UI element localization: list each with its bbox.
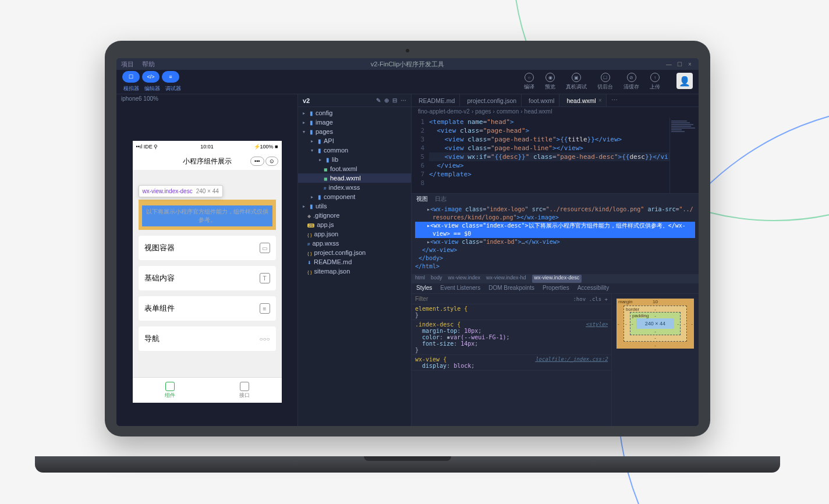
tree-folder-config[interactable]: ▸▮config [298,108,411,118]
device-simulator: ••ıl IDE ⚲ 10:01 ⚡100% ■ 小程序组件展示 ••• ⊙ [133,141,282,403]
styles-tab-listeners[interactable]: Event Listeners [440,285,480,292]
compile-action[interactable]: ○编译 [524,73,534,91]
component-icon [165,382,175,391]
laptop-mockup: 项目 帮助 v2-FinClip小程序开发工具 — ☐ × ☐ </> ≡ [105,41,710,460]
menu-view-container[interactable]: 视图容器▭ [139,236,276,260]
tree-folder-api[interactable]: ▸▮API [298,136,411,145]
tab-component[interactable]: 组件 [133,378,207,403]
styles-tab-styles[interactable]: Styles [416,285,432,292]
list-icon: ≡ [260,303,270,314]
capsule-close[interactable]: ⊙ [265,157,278,166]
simulator-panel: iphone6 100% ••ıl IDE ⚲ 10:01 ⚡100% ■ 小程… [116,94,298,426]
breadcrumb[interactable]: fino-applet-demo-v2›pages›common›head.wx… [412,107,699,118]
device-info: iphone6 100% [116,94,297,106]
tree-file-appwxss[interactable]: app.wxss [298,239,411,248]
styles-tab-breakpoints[interactable]: DOM Breakpoints [488,285,534,292]
api-icon [240,382,249,391]
tree-folder-image[interactable]: ▸▮image [298,118,411,127]
user-avatar[interactable]: 👤 [676,73,693,89]
file-tree: ▸▮config ▸▮image ▾▮pages ▸▮API ▾▮common … [298,107,411,426]
devtools-panel: 视图 日志 ▸<wx-image class="index-logo" src=… [412,193,699,426]
file-explorer: v2 ✎ ⊕ ⊟ ⋯ ▸▮config ▸▮image ▾▮pages ▸▮AP… [298,94,412,426]
nav-title: 小程序组件展示 [183,157,232,166]
close-icon[interactable]: × [598,97,602,104]
window-title: v2-FinClip小程序开发工具 [371,60,445,69]
container-icon: ▭ [260,243,270,253]
editor-toggle[interactable]: </> [142,71,160,83]
code-editor[interactable]: 12345678 <template name="head"> <view cl… [412,118,699,193]
minimize-button[interactable]: — [664,61,674,68]
line-gutter: 12345678 [412,118,429,193]
toolbar: ☐ </> ≡ 模拟器 编辑器 调试器 ○编译 ◉预览 ▣真机调试 ☐切后台 [116,70,699,94]
devtools-tab-log[interactable]: 日志 [435,195,447,203]
more-icon: ○○○ [260,333,270,344]
status-time: 10:01 [183,144,231,150]
backend-action[interactable]: ☐切后台 [597,73,613,91]
menu-basic-content[interactable]: 基础内容T [139,266,276,290]
styles-tab-properties[interactable]: Properties [543,285,569,292]
titlebar: 项目 帮助 v2-FinClip小程序开发工具 — ☐ × [116,58,699,70]
ide-window: 项目 帮助 v2-FinClip小程序开发工具 — ☐ × ☐ </> ≡ [116,58,699,426]
inspected-element[interactable]: 以下将展示小程序官方组件能力，组件样式仅供参考。 [139,200,276,230]
realdebug-action[interactable]: ▣真机调试 [566,73,587,91]
inspect-tooltip: wx-view.index-desc 240 × 44 [139,185,223,197]
debugger-label: 调试器 [164,85,182,93]
nav-bar: 小程序组件展示 ••• ⊙ [133,152,282,170]
project-root[interactable]: v2 [303,97,310,104]
editor-label: 编辑器 [143,85,161,93]
text-icon: T [260,273,270,283]
tree-file-sitemap[interactable]: sitemap.json [298,267,411,276]
tree-folder-lib[interactable]: ▸▮lib [298,155,411,164]
upload-action[interactable]: ↑上传 [650,73,660,91]
tab-readme[interactable]: README.md [412,94,460,107]
simulator-label: 模拟器 [122,85,140,93]
menu-project[interactable]: 项目 [121,60,134,69]
status-battery: ⚡100% ■ [231,144,278,150]
tree-file-appjs[interactable]: app.js [298,220,411,229]
preview-action[interactable]: ◉预览 [545,73,555,91]
tree-folder-component[interactable]: ▸▮component [298,192,411,201]
tree-file-appjson[interactable]: app.json [298,229,411,239]
tree-more-icon[interactable]: ⋯ [401,97,406,104]
tree-file-foot[interactable]: foot.wxml [298,164,411,173]
tab-projectconfig[interactable]: project.config.json [460,94,522,107]
collapse-icon[interactable]: ⊟ [392,97,397,104]
status-signal: ••ıl IDE ⚲ [136,144,183,150]
menu-form-component[interactable]: 表单组件≡ [139,296,276,321]
tab-api[interactable]: 接口 [207,378,282,403]
menu-help[interactable]: 帮助 [142,60,155,69]
capsule-menu[interactable]: ••• [250,157,264,166]
elements-tree[interactable]: ▸<wx-image class="index-logo" src="../re… [412,204,699,274]
editor-panel: README.md project.config.json foot.wxml … [412,94,699,426]
tree-file-projconfig[interactable]: project.config.json [298,248,411,257]
new-folder-icon[interactable]: ⊕ [384,97,389,104]
clearcache-action[interactable]: ⊘清缓存 [623,73,639,91]
tree-folder-utils[interactable]: ▸▮utils [298,201,411,211]
debugger-toggle[interactable]: ≡ [162,71,179,83]
styles-filter-input[interactable] [415,296,450,302]
tab-head[interactable]: head.wxml× [559,94,607,107]
tab-foot[interactable]: foot.wxml [522,94,559,107]
new-file-icon[interactable]: ✎ [376,97,381,104]
tree-folder-pages[interactable]: ▾▮pages [298,127,411,136]
simulator-toggle[interactable]: ☐ [122,71,140,83]
box-model: margin 10 - - - border - - - [611,294,699,426]
menu-navigation[interactable]: 导航○○○ [139,326,276,351]
styles-pane[interactable]: :hov .cls + element.style {} <style> .in… [412,294,611,426]
close-button[interactable]: × [685,61,695,68]
tree-file-indexwxss[interactable]: index.wxss [298,183,411,192]
devtools-tab-view[interactable]: 视图 [416,195,428,203]
editor-tabs: README.md project.config.json foot.wxml … [412,94,699,107]
styles-tab-accessibility[interactable]: Accessibility [578,285,609,292]
tree-file-gitignore[interactable]: .gitignore [298,211,411,220]
box-content-dim: 240 × 44 [636,318,674,329]
minimap[interactable] [669,118,699,193]
tree-file-head[interactable]: head.wxml [298,173,411,183]
tree-folder-common[interactable]: ▾▮common [298,145,411,155]
styles-hov-toggle[interactable]: :hov .cls + [573,296,608,302]
tabs-overflow[interactable]: ⋯ [607,94,622,107]
elements-breadcrumb[interactable]: html body wx-view.index wx-view.index-hd… [412,274,699,283]
tree-file-readme[interactable]: README.md [298,257,411,267]
maximize-button[interactable]: ☐ [674,61,685,68]
